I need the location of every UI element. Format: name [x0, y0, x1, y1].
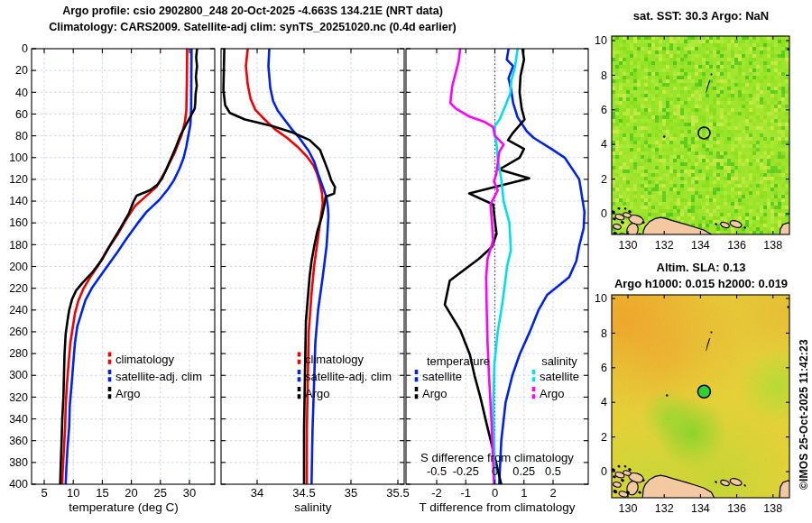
- lon-tick-label: 130: [619, 239, 638, 252]
- s-difference-axis-label: S difference from climatology: [404, 451, 590, 464]
- depth-tick-label: 80: [15, 130, 28, 142]
- lat-tick-label: 2: [601, 173, 607, 186]
- lat-tick-label: 0: [601, 465, 607, 478]
- x-tick-label: 30: [183, 486, 196, 500]
- depth-tick-label: 100: [9, 151, 28, 164]
- legend-label: climatology: [305, 353, 364, 366]
- depth-tick-label: 40: [15, 87, 28, 99]
- x-tick-label: 34: [251, 486, 263, 500]
- x-tick-label: 5: [41, 486, 47, 500]
- legend-label: Argo: [540, 387, 564, 400]
- lat-tick-label: 8: [601, 69, 607, 82]
- difference-profile-panel: [406, 49, 588, 484]
- depth-tick-label: 160: [9, 216, 28, 229]
- salinity-profile-panel: [221, 49, 404, 484]
- legend-group-header: salinity: [541, 354, 577, 368]
- x-tick-label: 35: [345, 486, 357, 500]
- temperature-profile-panel: [32, 49, 215, 484]
- sst-map-title: sat. SST: 30.3 Argo: NaN: [592, 9, 810, 23]
- legend-label: climatology: [115, 353, 175, 366]
- s-axis-tick-label: -0.5: [427, 464, 447, 478]
- depth-tick-label: 380: [9, 456, 28, 469]
- x-tick-label: 1: [521, 486, 527, 500]
- x-tick-label: 35.5: [386, 486, 409, 500]
- x-tick-label: 34.5: [292, 486, 315, 500]
- legend-label: Argo: [305, 387, 329, 400]
- depth-tick-label: 300: [9, 369, 28, 381]
- legend-label: satellite-adj. clim: [115, 370, 202, 383]
- lon-tick-label: 134: [691, 502, 710, 515]
- lat-tick-label: 0: [601, 207, 607, 220]
- depth-tick-label: 220: [9, 282, 28, 295]
- x-tick-label: 2: [549, 486, 556, 500]
- lat-tick-label: 2: [601, 431, 607, 444]
- depth-tick-label: 400: [9, 478, 28, 491]
- x-tick-label: 10: [67, 486, 79, 500]
- sst-map-axes: [612, 36, 789, 234]
- lon-tick-label: 132: [655, 502, 674, 515]
- lon-tick-label: 132: [655, 239, 674, 252]
- depth-tick-label: 20: [15, 64, 28, 77]
- lat-tick-label: 10: [595, 292, 607, 305]
- lon-tick-label: 138: [763, 502, 782, 515]
- legend-label: satellite: [422, 370, 462, 383]
- x-tick-label: 20: [125, 486, 137, 500]
- legend-group-header: temperature: [427, 354, 490, 368]
- argo-profile-figure: 5101520253002040608010012014016018020022…: [0, 0, 812, 523]
- lon-tick-label: 134: [691, 239, 710, 252]
- depth-tick-label: 60: [15, 108, 28, 121]
- lon-tick-label: 138: [763, 239, 782, 252]
- sla-map-axes: [612, 295, 789, 498]
- lon-tick-label: 136: [727, 502, 746, 515]
- legend-label: Argo: [115, 387, 140, 400]
- t-difference-axis-label: T difference from climatology: [404, 500, 590, 514]
- sla-map-subtitle: Argo h1000: 0.015 h2000: 0.019: [592, 277, 810, 290]
- argo-float-marker: [698, 127, 710, 139]
- legend-label: satellite-adj. clim: [305, 370, 392, 383]
- s-axis-tick-label: 0.5: [545, 464, 561, 478]
- lat-tick-label: 6: [601, 104, 607, 116]
- depth-tick-label: 320: [9, 391, 28, 404]
- lat-tick-label: 4: [601, 396, 607, 408]
- depth-tick-label: 140: [9, 195, 28, 207]
- depth-tick-label: 0: [22, 42, 28, 55]
- lat-tick-label: 10: [595, 34, 607, 47]
- temperature-axis-label: temperature (deg C): [32, 500, 215, 514]
- argo-float-marker: [697, 385, 710, 398]
- depth-tick-label: 340: [9, 413, 28, 426]
- x-tick-label: 15: [96, 486, 108, 500]
- lat-tick-label: 8: [601, 327, 607, 340]
- x-tick-label: -1: [460, 486, 471, 500]
- x-tick-label: 25: [154, 486, 167, 500]
- lon-tick-label: 136: [727, 239, 746, 252]
- difference-profile-series-sal_argo: [450, 49, 503, 484]
- figure-subtitle: Climatology: CARS2009. Satellite-adj cli…: [0, 21, 505, 33]
- lat-tick-label: 4: [601, 138, 607, 151]
- x-tick-label: -2: [431, 486, 442, 500]
- depth-tick-label: 200: [9, 261, 28, 273]
- x-tick-label: 0: [492, 486, 498, 500]
- sla-map-title: Altim. SLA: 0.13: [592, 261, 810, 274]
- depth-tick-label: 260: [9, 326, 28, 338]
- s-axis-tick-label: 0.25: [512, 464, 535, 478]
- depth-tick-label: 360: [9, 435, 28, 447]
- depth-tick-label: 240: [9, 304, 28, 317]
- lat-tick-label: 6: [601, 362, 607, 374]
- depth-tick-label: 280: [9, 347, 28, 360]
- imos-watermark: ©IMOS 25-Oct-2025 11:42:23: [798, 339, 810, 490]
- legend-label: Argo: [422, 387, 447, 400]
- salinity-axis-label: salinity: [222, 500, 404, 514]
- lon-tick-label: 130: [619, 502, 638, 515]
- depth-tick-label: 180: [9, 239, 28, 252]
- map-box: [612, 36, 789, 234]
- s-axis-tick-label: 0: [492, 464, 498, 478]
- figure-title: Argo profile: csio 2902800_248 20-Oct-20…: [0, 5, 505, 17]
- s-axis-tick-label: -0.25: [453, 464, 479, 478]
- legend-label: satellite: [540, 370, 579, 383]
- depth-tick-label: 120: [9, 173, 28, 186]
